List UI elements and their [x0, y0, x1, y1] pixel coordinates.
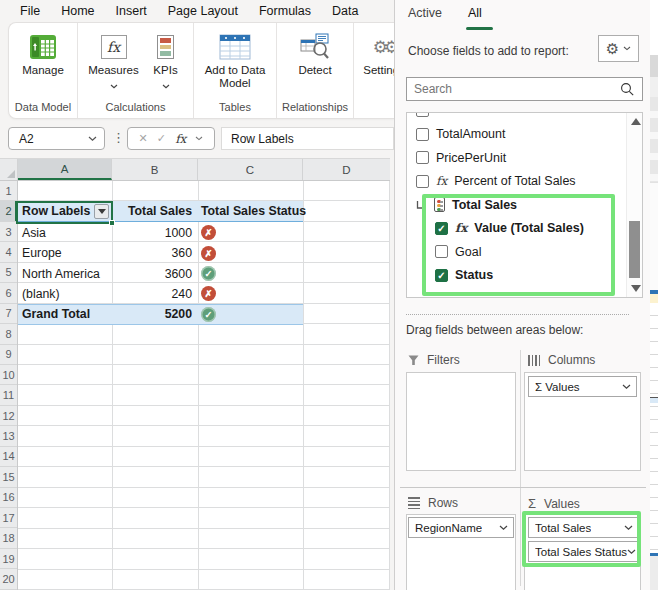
row-header-8[interactable]: 8 — [0, 324, 17, 344]
sheet-cells[interactable]: Row Labels Total Sales Total Sales Statu… — [18, 181, 390, 590]
column-header-b[interactable]: B — [112, 159, 198, 180]
row-header-16[interactable]: 16 — [0, 488, 17, 508]
row-header-9[interactable]: 9 — [0, 345, 17, 365]
pivot-row-blank[interactable]: (blank) 240 ✗ — [18, 284, 303, 304]
pivot-header-status-cell[interactable]: Total Sales Status — [198, 201, 303, 221]
field-row-totalamount[interactable]: TotalAmount — [407, 123, 625, 147]
checkbox[interactable] — [416, 112, 429, 117]
search-input[interactable]: Search — [406, 77, 643, 101]
row-header-18[interactable]: 18 — [0, 528, 17, 548]
tab-all[interactable]: All — [468, 6, 482, 20]
x-circle-icon: ✗ — [201, 225, 216, 240]
checkbox-checked[interactable]: ✓ — [435, 222, 448, 235]
checkbox-unchecked[interactable] — [416, 151, 429, 164]
filters-area-box[interactable] — [406, 372, 516, 471]
ribbon-tab-data[interactable]: Data — [332, 4, 358, 18]
ribbon-tab-home[interactable]: Home — [61, 4, 94, 18]
rows-item-regionname[interactable]: RegionName — [408, 517, 514, 538]
settings-button[interactable]: ⚙⚙ Settings — [363, 30, 394, 77]
pivot-header-total-sales-cell[interactable]: Total Sales — [112, 201, 198, 221]
detect-button[interactable]: Detect — [298, 30, 332, 77]
pivot-row-europe[interactable]: Europe 360 ✗ — [18, 243, 303, 263]
column-header-a[interactable]: A — [18, 159, 112, 180]
collapse-icon[interactable] — [416, 200, 427, 210]
field-row-value-total-sales[interactable]: ✓ fx Value (Total Sales) — [407, 217, 625, 241]
ribbon-group-settings: ⚙⚙ Settings — [354, 23, 394, 118]
grip-dots-icon[interactable]: ⋮ — [112, 130, 125, 145]
ribbon-tab-insert[interactable]: Insert — [116, 4, 147, 18]
pivot-header-status: Total Sales Status — [201, 204, 306, 218]
column-header-c[interactable]: C — [198, 159, 303, 180]
field-list[interactable]: TotalAmount PricePerUnit fx Percent of T… — [406, 112, 643, 298]
name-box-value: A2 — [19, 132, 34, 146]
row-header-17[interactable]: 17 — [0, 508, 17, 528]
filter-dropdown-button[interactable] — [94, 204, 109, 219]
field-label: TotalAmount — [436, 127, 505, 141]
ribbon-tab-formulas[interactable]: Formulas — [259, 4, 311, 18]
check-circle-icon: ✓ — [201, 266, 216, 281]
row-header-14[interactable]: 14 — [0, 447, 17, 467]
row-header-13[interactable]: 13 — [0, 426, 17, 446]
ribbon-tab-file[interactable]: File — [20, 4, 40, 18]
row-header-10[interactable]: 10 — [0, 365, 17, 385]
tab-active[interactable]: Active — [408, 6, 442, 20]
insert-function-icon[interactable]: fx — [175, 132, 186, 146]
scroll-up-icon[interactable] — [631, 118, 641, 125]
row-header-2[interactable]: 2 — [0, 201, 17, 221]
field-row-status[interactable]: ✓ Status — [407, 264, 625, 288]
pivot-row-asia[interactable]: Asia 1000 ✗ — [18, 222, 303, 242]
manage-button[interactable]: Manage — [22, 30, 64, 77]
field-label: Percent of Total Sales — [454, 174, 575, 188]
scroll-down-icon[interactable] — [631, 285, 641, 292]
formula-bar: A2 ⋮ ✕ ✓ fx Row Labels — [0, 127, 394, 152]
row-header-5[interactable]: 5 — [0, 263, 17, 283]
checkbox-checked[interactable]: ✓ — [435, 269, 448, 282]
row-header-19[interactable]: 19 — [0, 549, 17, 569]
row-header-11[interactable]: 11 — [0, 385, 17, 405]
checkbox-unchecked[interactable] — [416, 175, 429, 188]
enter-icon[interactable]: ✓ — [157, 132, 166, 145]
values-item-total-sales-status[interactable]: Total Sales Status — [528, 541, 639, 562]
pivot-header-row-labels-cell[interactable]: Row Labels — [18, 201, 112, 221]
pivot-row-north-america[interactable]: North America 3600 ✓ — [18, 263, 303, 283]
field-row-partial[interactable] — [407, 112, 625, 123]
column-header-d[interactable]: D — [303, 159, 390, 180]
row-header-3[interactable]: 3 — [0, 222, 17, 242]
name-box[interactable]: A2 — [8, 127, 105, 150]
scrollbar-thumb[interactable] — [629, 221, 640, 278]
cancel-icon[interactable]: ✕ — [139, 132, 148, 145]
pivot-row-grand-total[interactable]: Grand Total 5200 ✓ — [18, 304, 303, 325]
row-header-1[interactable]: 1 — [0, 181, 17, 201]
field-row-priceperunit[interactable]: PricePerUnit — [407, 146, 625, 170]
field-group-total-sales[interactable]: Total Sales — [407, 193, 625, 217]
row-header-6[interactable]: 6 — [0, 283, 17, 303]
ribbon-tab-page-layout[interactable]: Page Layout — [168, 4, 238, 18]
ribbon-group-data-model: Manage Data Model — [9, 23, 78, 118]
kpis-button[interactable]: KPIs — [145, 30, 187, 92]
drag-fields-label: Drag fields between areas below: — [406, 323, 583, 337]
row-header-4[interactable]: 4 — [0, 242, 17, 262]
formula-buttons: ✕ ✓ fx — [127, 127, 215, 150]
add-to-data-model-button[interactable]: Add to Data Model — [198, 30, 272, 90]
row-header-7[interactable]: 7 — [0, 304, 17, 324]
row-headers: 1234567891011121314151617181920 — [0, 181, 18, 590]
check-circle-icon: ✓ — [201, 307, 216, 322]
formula-input[interactable]: Row Labels — [221, 127, 394, 150]
row-value: 3600 — [165, 267, 192, 281]
checkbox-unchecked[interactable] — [416, 128, 429, 141]
field-list-scrollbar[interactable] — [626, 113, 642, 297]
ribbon: Manage Data Model fx Measures — [8, 22, 394, 119]
values-item-total-sales[interactable]: Total Sales — [528, 517, 639, 538]
row-header-20[interactable]: 20 — [0, 569, 17, 589]
select-all-corner[interactable] — [0, 159, 18, 180]
measures-button[interactable]: fx Measures — [85, 30, 143, 92]
formula-expand-chevron-icon[interactable] — [195, 136, 203, 141]
row-header-15[interactable]: 15 — [0, 467, 17, 487]
checkbox-unchecked[interactable] — [435, 245, 448, 258]
row-header-12[interactable]: 12 — [0, 406, 17, 426]
tools-button[interactable]: ⚙ — [598, 35, 639, 62]
field-row-goal[interactable]: Goal — [407, 240, 625, 264]
columns-item-sigma-values[interactable]: Σ Values — [528, 376, 637, 397]
choose-fields-label: Choose fields to add to report: — [408, 44, 569, 58]
field-row-percent-of-total-sales[interactable]: fx Percent of Total Sales — [407, 170, 625, 194]
